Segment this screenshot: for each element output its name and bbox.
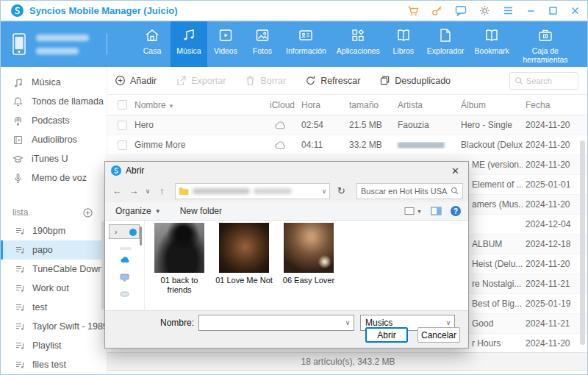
preview-pane-icon[interactable] <box>431 207 442 215</box>
open-button[interactable]: Abrir <box>365 327 408 343</box>
home-icon <box>143 26 161 44</box>
nav-tab-explorador[interactable]: Explorador <box>422 21 470 67</box>
cell-fecha: 2025-01-19 <box>523 299 588 309</box>
back-icon[interactable]: ← <box>110 185 124 196</box>
dialog-close-icon[interactable]: ✕ <box>448 165 462 176</box>
table-search-box[interactable] <box>509 72 578 90</box>
sidebar-item-podcasts[interactable]: Podcasts <box>1 111 107 130</box>
nav-tab-caja-de-herramientas[interactable]: Caja de herramientas <box>514 21 576 67</box>
cart-icon[interactable] <box>407 5 419 16</box>
col-nombre[interactable]: Nombre ▼ <box>132 100 267 110</box>
add-playlist-icon[interactable] <box>82 207 93 218</box>
pane-scrollbar[interactable] <box>140 226 142 246</box>
sidebar-playlist-files-test[interactable]: files test <box>1 355 107 374</box>
col-album[interactable]: Álbum <box>458 100 523 110</box>
network-icon[interactable] <box>120 291 129 298</box>
dialog-search-input[interactable] <box>361 187 451 196</box>
feedback-icon[interactable] <box>455 5 467 16</box>
sidebar-item-audiolibros[interactable]: Audiolibros <box>1 130 107 149</box>
help-icon[interactable]: ? <box>451 206 461 216</box>
table-scrollbar[interactable] <box>580 140 585 345</box>
nav-tab-fotos[interactable]: Fotos <box>244 21 281 67</box>
view-mode-button[interactable]: ▼ <box>404 207 422 215</box>
photo-icon <box>254 26 271 44</box>
address-dropdown-icon[interactable]: ∨ <box>322 188 327 195</box>
nav-tab-casa[interactable]: Casa <box>134 21 171 67</box>
cell-hora: 04:11 <box>298 140 346 150</box>
cancel-button[interactable]: Cancelar <box>417 327 460 343</box>
filename-dropdown-icon[interactable]: ∨ <box>342 319 354 326</box>
select-all-checkbox[interactable] <box>118 100 127 110</box>
nav-tab-videos[interactable]: Videos <box>207 21 244 67</box>
sidebar-item-memo-de-voz[interactable]: Memo de voz <box>1 168 107 188</box>
filename-label: Nombre: <box>105 318 198 328</box>
settings-gear-icon[interactable] <box>479 5 490 16</box>
playlist-icon <box>15 321 25 332</box>
table-search-input[interactable] <box>526 76 570 85</box>
sidebar-playlist-taylor-swift-1989[interactable]: Taylor Swift - 1989 <box>1 317 107 336</box>
menu-icon[interactable] <box>503 6 514 15</box>
cell-icloud <box>267 140 298 149</box>
sidebar-item-tonos-de-llamada[interactable]: Tonos de llamada <box>1 92 107 111</box>
table-row[interactable]: Gimme More 04:11 33.2 MB Blackout (Delux… <box>107 135 588 155</box>
row-checkbox[interactable] <box>118 140 127 150</box>
sidebar-playlist-190bpm[interactable]: 190bpm <box>1 221 107 240</box>
device-panel[interactable] <box>1 21 107 67</box>
nav-tab-informacion[interactable]: Información <box>281 21 331 67</box>
minimize-icon[interactable] <box>526 6 536 15</box>
sidebar-item-musica[interactable]: Música <box>1 73 107 92</box>
file-item[interactable]: 01 back to friends <box>147 223 212 310</box>
col-tamano[interactable]: tamaño <box>346 100 395 110</box>
cell-fecha: 2024-11-21 <box>523 279 588 289</box>
recent-locations-icon[interactable]: ∨ <box>143 188 152 195</box>
filename-input[interactable] <box>199 318 342 328</box>
row-checkbox[interactable] <box>118 121 127 130</box>
sidebar-playlist-test[interactable]: test <box>1 298 107 317</box>
playlist-label: papo <box>32 245 53 255</box>
organize-button[interactable]: Organize▼ <box>115 206 161 216</box>
sidebar-playlist-playlist[interactable]: Playlist <box>1 336 107 355</box>
dialog-search-box[interactable] <box>356 183 463 199</box>
col-icloud[interactable]: iCloud <box>267 100 298 110</box>
pane-divider <box>120 247 132 250</box>
cell-tamano: 33.2 MB <box>346 140 395 150</box>
file-item[interactable]: 06 Easy Lover <box>276 223 341 310</box>
dedupe-button[interactable]: Desduplicado <box>379 75 451 86</box>
col-hora[interactable]: Hora <box>298 100 346 110</box>
nav-tab-bookmark[interactable]: Bookmark <box>470 21 514 67</box>
refresh-address-icon[interactable]: ↻ <box>333 183 349 199</box>
tree-expander[interactable]: › <box>109 224 140 239</box>
add-button[interactable]: Añadir <box>115 75 157 86</box>
table-row[interactable]: Hero 02:54 21.5 MB Faouzia Hero - Single… <box>107 115 588 135</box>
sidebar-playlist-papo[interactable]: papo <box>1 240 107 260</box>
refresh-button[interactable]: Refrescar <box>305 75 360 86</box>
file-label: 06 Easy Lover <box>283 276 334 285</box>
close-icon[interactable] <box>570 6 580 15</box>
forward-icon[interactable]: → <box>127 185 141 196</box>
col-artista[interactable]: Artista <box>395 100 458 110</box>
onedrive-icon[interactable] <box>120 256 130 263</box>
delete-button[interactable]: Borrar <box>245 75 286 86</box>
address-bar[interactable]: ∨ <box>175 183 331 199</box>
file-explorer-icon <box>437 26 454 44</box>
nav-tab-aplicaciones[interactable]: Aplicaciones <box>331 21 385 67</box>
nav-tab-musica[interactable]: Música <box>171 21 207 67</box>
up-icon[interactable]: ↑ <box>155 185 169 196</box>
file-item[interactable]: 01 Love Me Not <box>212 223 276 310</box>
filename-combo[interactable]: ∨ <box>198 315 354 331</box>
nav-label: Libros <box>393 46 415 55</box>
register-key-icon[interactable] <box>431 5 442 16</box>
add-circle-icon <box>115 75 126 86</box>
album-art-love-me-not <box>219 223 269 273</box>
playlist-label: TuneCable Downl... <box>32 264 107 274</box>
nav-tab-libros[interactable]: Libros <box>385 21 422 67</box>
col-fecha[interactable]: Fecha <box>523 100 588 110</box>
maximize-icon[interactable] <box>548 6 558 15</box>
export-button[interactable]: Exportar <box>176 75 226 86</box>
new-folder-button[interactable]: New folder <box>180 206 222 216</box>
phone-icon <box>11 32 27 56</box>
sidebar-item-itunes-u[interactable]: iTunes U <box>1 149 107 168</box>
sidebar-playlist-work-out[interactable]: Work out <box>1 279 107 298</box>
sidebar-playlist-tunecable[interactable]: TuneCable Downl... <box>1 260 107 279</box>
this-pc-icon[interactable] <box>120 274 129 282</box>
